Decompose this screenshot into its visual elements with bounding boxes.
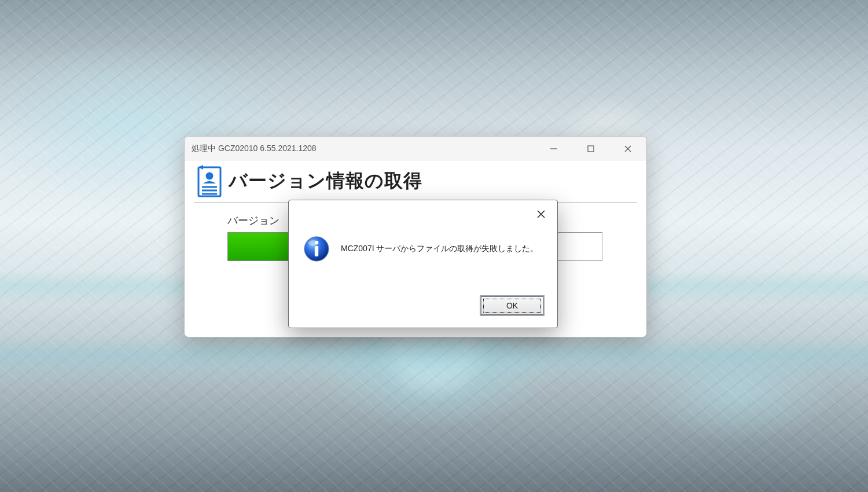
dialog-message: MCZ007I サーバからファイルの取得が失敗しました。	[341, 235, 538, 255]
close-icon	[537, 210, 545, 218]
dialog-button-row: OK	[289, 296, 557, 328]
minimize-button[interactable]	[535, 137, 572, 161]
svg-rect-14	[315, 246, 318, 256]
dialog-close-button[interactable]	[533, 206, 549, 222]
svg-point-5	[206, 172, 214, 180]
document-person-icon	[194, 163, 225, 199]
minimize-icon	[550, 145, 558, 153]
page-heading: バージョン情報の取得	[229, 168, 422, 194]
maximize-button[interactable]	[572, 137, 609, 161]
close-icon	[624, 145, 631, 152]
maximize-icon	[587, 145, 595, 153]
ok-button[interactable]: OK	[481, 296, 543, 315]
svg-point-15	[308, 240, 318, 246]
dialog-content: MCZ007I サーバからファイルの取得が失敗しました。	[289, 223, 557, 296]
close-button[interactable]	[609, 137, 646, 161]
progress-fill	[228, 233, 292, 260]
window-controls	[535, 137, 646, 161]
dialog-titlebar[interactable]	[289, 200, 557, 223]
window-title: 処理中 GCZ02010 6.55.2021.1208	[192, 144, 535, 154]
header-row: バージョン情報の取得	[194, 161, 637, 203]
info-icon	[303, 235, 330, 263]
svg-rect-1	[588, 146, 594, 152]
titlebar[interactable]: 処理中 GCZ02010 6.55.2021.1208	[185, 137, 646, 161]
message-dialog: MCZ007I サーバからファイルの取得が失敗しました。 OK	[288, 200, 558, 328]
